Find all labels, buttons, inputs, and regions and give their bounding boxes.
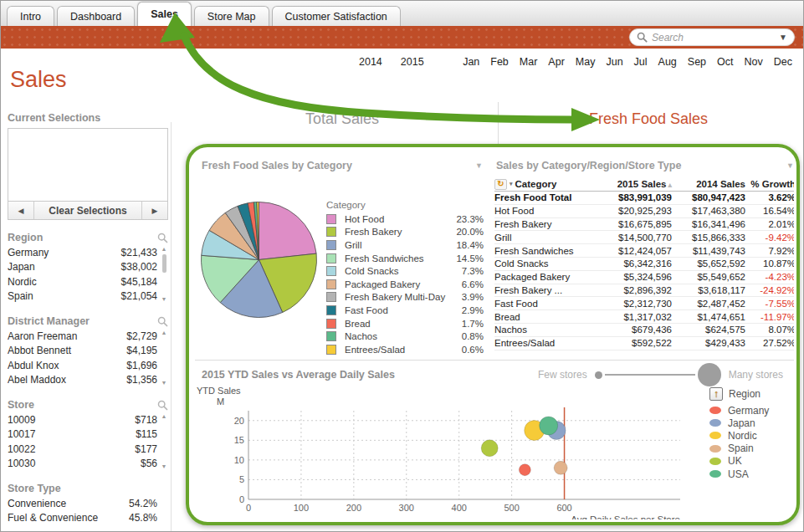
sheet-tab[interactable]: Sales [137, 2, 192, 26]
slider-track[interactable] [605, 374, 695, 376]
scatter-bubble-UK[interactable] [481, 440, 498, 457]
list-item[interactable]: Fuel & Convenience 45.8% [8, 511, 157, 526]
pie-legend-item[interactable]: Cold Snacks 7.3% [326, 264, 484, 278]
pie-legend-item[interactable]: Entrees/Salad 0.6% [326, 343, 484, 356]
drill-up-icon[interactable]: ↑ [709, 387, 723, 401]
table-row[interactable]: Fast Food $2,312,730 $2,487,452 -7.55% [494, 297, 796, 310]
search-box[interactable]: ▼ [629, 28, 795, 46]
scroll-down-icon[interactable]: ▼ [161, 463, 167, 470]
cycle-dropdown-icon[interactable]: ▾ [510, 181, 513, 187]
pie-legend-item[interactable]: Nachos 0.8% [326, 330, 484, 343]
pie-legend-item[interactable]: Fast Food 2.9% [326, 304, 484, 317]
sheet-tab[interactable]: Customer Satisfaction [272, 6, 401, 26]
pie-slice[interactable] [259, 202, 317, 260]
pie-legend-item[interactable]: Bread 1.7% [326, 317, 484, 330]
list-item[interactable]: Spain $21,054 [8, 289, 157, 304]
sheet-tab[interactable]: Intro [7, 6, 54, 26]
listbox-scrollbar[interactable]: ▲ ▼ [160, 413, 168, 470]
slider-min-dot[interactable] [595, 371, 602, 379]
scroll-down-icon[interactable]: ▼ [161, 380, 167, 386]
month-item[interactable]: Mar [520, 56, 538, 68]
scatter-legend-item[interactable]: Spain [709, 442, 798, 455]
scroll-down-icon[interactable]: ▼ [161, 296, 167, 303]
month-item[interactable]: Aug [658, 56, 677, 68]
listbox-search-icon[interactable] [157, 400, 168, 411]
sheet-tab[interactable]: Dashboard [57, 6, 135, 26]
column-header[interactable]: Category [515, 179, 557, 189]
column-header[interactable]: % Growth [745, 179, 796, 189]
list-item[interactable]: Abdul Knox $1,696 [8, 358, 157, 373]
list-item[interactable]: Nordic $45,184 [8, 274, 157, 289]
scatter-bubble-Germany[interactable] [519, 464, 530, 476]
list-item[interactable]: 10030 $56 [8, 457, 157, 472]
column-header[interactable]: 2014 Sales [672, 179, 745, 189]
table-row[interactable]: Entrees/Salad $592,522 $429,433 27.52% [494, 337, 796, 350]
list-item[interactable]: 10009 $718 [8, 412, 157, 427]
scatter-legend-item[interactable]: Japan [709, 417, 798, 429]
scatter-chart[interactable]: 010020030040050060005101520Avg Daily Sal… [232, 406, 704, 527]
table-row[interactable]: Nachos $679,436 $624,575 8.07% [494, 324, 796, 337]
list-item[interactable]: Abel Maddox $1,356 [8, 373, 157, 388]
selections-forward-button[interactable]: ▶ [142, 202, 167, 219]
pie-legend-item[interactable]: Fresh Bakery 20.0% [326, 226, 484, 239]
table-row[interactable]: Hot Food $20,925,293 $17,463,380 16.54% [494, 205, 796, 218]
table-row[interactable]: Fresh Bakery ... $2,896,392 $3,618,117 -… [494, 284, 796, 298]
list-item[interactable]: Abbot Bennett $4,195 [8, 344, 157, 359]
table-row[interactable]: Cold Snacks $6,342,316 $5,652,592 10.87% [494, 258, 796, 271]
table-row[interactable]: Fresh Food Total $83,991,039 $80,947,423… [494, 192, 796, 205]
pie-chart[interactable] [198, 199, 320, 320]
view-tab-total-sales[interactable]: Total Sales [187, 110, 498, 128]
scatter-legend-item[interactable]: Germany [709, 404, 798, 417]
selections-back-button[interactable]: ◀ [8, 202, 33, 219]
year-item[interactable]: 2015 [401, 56, 424, 68]
month-item[interactable]: Jan [463, 56, 479, 68]
month-item[interactable]: Feb [490, 56, 509, 68]
scatter-legend-item[interactable]: Nordic [709, 429, 798, 442]
scroll-up-icon[interactable]: ▲ [161, 330, 167, 336]
scatter-bubble-USA[interactable] [540, 417, 558, 435]
table-row[interactable]: Bread $1,317,032 $1,474,651 -11.97% [494, 310, 796, 324]
table-row[interactable]: Fresh Sandwiches $12,424,057 $11,439,743… [494, 244, 796, 258]
pie-legend-item[interactable]: Packaged Bakery 6.6% [326, 278, 484, 291]
scatter-bubble-Spain[interactable] [554, 461, 567, 474]
listbox-search-icon[interactable] [157, 233, 168, 243]
scatter-legend-item[interactable]: USA [709, 468, 798, 480]
cycle-group-icon[interactable]: ↻ [494, 179, 507, 190]
view-tab-fresh-food-sales[interactable]: Fresh Food Sales [499, 110, 797, 128]
month-item[interactable]: Dec [774, 56, 792, 68]
scroll-up-icon[interactable]: ▲ [161, 246, 167, 253]
scatter-legend-item[interactable]: UK [709, 455, 798, 468]
month-item[interactable]: Nov [745, 56, 763, 68]
pie-legend-item[interactable]: Grill 18.4% [326, 238, 484, 252]
month-item[interactable]: Oct [717, 56, 733, 68]
sheet-tab[interactable]: Store Map [194, 6, 269, 26]
month-item[interactable]: Apr [548, 56, 564, 68]
pie-legend-item[interactable]: Hot Food 23.3% [326, 212, 484, 226]
list-item[interactable]: Germany $21,433 [8, 245, 157, 260]
year-item[interactable]: 2014 [359, 56, 382, 68]
listbox-scrollbar[interactable]: ▲ ▼ [160, 246, 168, 303]
listbox-scrollbar[interactable]: ▲ ▼ [160, 330, 168, 386]
pie-legend-item[interactable]: Fresh Sandwiches 14.5% [326, 252, 484, 265]
panel-menu-icon[interactable]: ▼ [475, 161, 483, 170]
list-item[interactable]: Aaron Freeman $2,729 [8, 329, 157, 344]
table-row[interactable]: Fresh Bakery $16,675,895 $16,341,496 2.0… [494, 218, 796, 232]
search-dropdown-icon[interactable]: ▼ [779, 33, 787, 42]
table-row[interactable]: Packaged Bakery $5,324,596 $5,549,652 -4… [494, 271, 796, 284]
scroll-thumb[interactable] [162, 254, 166, 273]
search-input[interactable] [652, 32, 775, 43]
table-row[interactable]: Grill $14,500,770 $15,866,333 -9.42% [494, 231, 796, 244]
month-item[interactable]: Sep [688, 56, 706, 68]
list-item[interactable]: 10017 $115 [8, 427, 157, 442]
pie-legend-item[interactable]: Fresh Bakery Multi-Day 3.9% [326, 291, 484, 304]
column-header[interactable]: 2015 Sales▴ [593, 179, 672, 189]
list-item[interactable]: Convenience 54.2% [8, 496, 157, 511]
month-item[interactable]: Jun [606, 56, 622, 68]
panel-menu-icon[interactable]: ▼ [786, 161, 794, 170]
slider-handle[interactable] [698, 363, 721, 386]
clear-selections-button[interactable]: Clear Selections [33, 202, 142, 219]
month-item[interactable]: May [576, 56, 596, 68]
month-item[interactable]: Jul [634, 56, 648, 68]
list-item[interactable]: Japan $38,002 [8, 260, 157, 275]
scroll-up-icon[interactable]: ▲ [161, 413, 167, 420]
